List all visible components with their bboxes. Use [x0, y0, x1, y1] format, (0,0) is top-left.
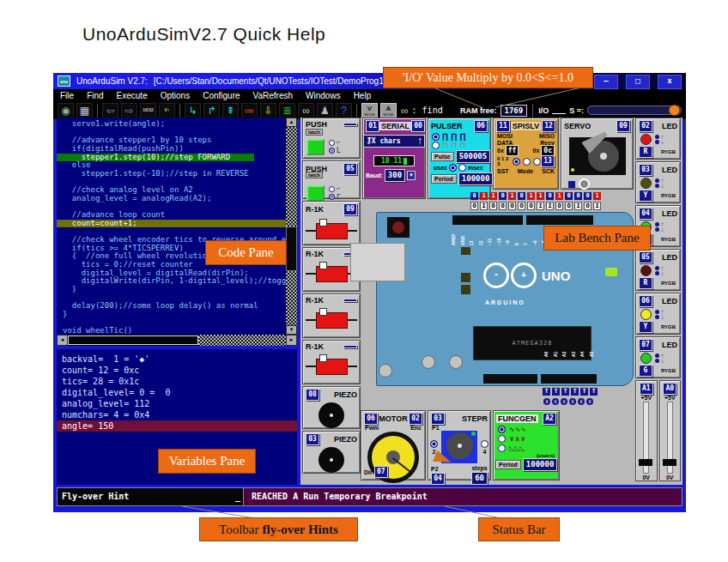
hscroll-thumb[interactable] — [68, 335, 198, 345]
code-horizontal-scrollbar[interactable]: ◄ ► — [57, 335, 297, 346]
find-input[interactable]: : find — [412, 106, 443, 115]
run-to-icon[interactable]: ≔ — [241, 103, 258, 118]
waveform-radio[interactable] — [498, 444, 506, 452]
menu-item-find[interactable]: Find — [87, 91, 103, 100]
help-icon[interactable]: ? — [336, 103, 352, 118]
halt-icon[interactable]: ≣ — [279, 103, 295, 118]
io-slider-thumb[interactable] — [669, 105, 680, 116]
servo-pin[interactable]: 09 — [616, 120, 630, 132]
resistor-pin[interactable] — [343, 299, 357, 302]
led-color-select[interactable]: R — [639, 277, 652, 289]
analog-slider-track[interactable] — [643, 402, 649, 474]
push-latch-button[interactable]: latch — [306, 129, 323, 136]
menu-item-varefresh[interactable]: VaRefresh — [253, 91, 294, 100]
vscroll-thumb[interactable] — [286, 227, 297, 272]
user-icon[interactable]: ♟ — [317, 103, 333, 118]
find-icon[interactable]: ∞ — [401, 105, 409, 117]
save-icon[interactable]: ▦ — [76, 103, 93, 118]
maximize-button[interactable]: □ — [626, 75, 650, 89]
led-color-select[interactable]: G — [639, 365, 652, 377]
stepper-p2-pin[interactable]: 04 — [431, 473, 445, 485]
variable-row[interactable]: angle= 150 — [57, 420, 297, 432]
step-out-icon[interactable]: ⇞ — [222, 103, 239, 118]
run-icon[interactable]: ⇩ — [260, 103, 276, 118]
motor-enc-pin[interactable]: 02 — [409, 413, 422, 425]
variable-row[interactable]: analog_level= 112 — [57, 398, 297, 409]
led-pin[interactable]: 03 — [639, 164, 652, 176]
font-16-32-icon[interactable]: 16/32 — [140, 103, 156, 118]
push-latch-button[interactable]: latch — [306, 172, 323, 178]
analog-slider-track[interactable] — [667, 402, 673, 474]
funcgen-pin[interactable]: A2 — [543, 413, 556, 425]
resistor-pin[interactable]: 09 — [343, 203, 357, 215]
usec-radio[interactable] — [449, 164, 457, 172]
motor-pwm-pin[interactable]: 06 — [364, 413, 378, 425]
code-pane[interactable]: servo1.write(angle); //advance stepper1 … — [57, 118, 297, 346]
build-icon[interactable]: ◉ — [58, 103, 74, 118]
mode2-radio[interactable] — [430, 440, 438, 448]
scroll-up-icon[interactable]: ▲ — [286, 118, 297, 127]
spislv-mosi-pin[interactable]: 11 — [496, 120, 510, 132]
pulse-high-radio[interactable] — [432, 133, 440, 141]
menu-item-file[interactable]: File — [60, 91, 74, 100]
serial-rx-pin[interactable]: 00 — [411, 120, 425, 132]
spi-mode-radio[interactable] — [513, 158, 520, 166]
variable-row[interactable]: numchars= 4 = 0x4 — [57, 409, 297, 420]
step-into-icon[interactable]: ↳ — [185, 103, 201, 118]
menu-item-help[interactable]: Help — [354, 91, 372, 100]
forward-icon[interactable]: ⇨ — [121, 103, 137, 118]
servo-knob-icon[interactable] — [579, 178, 590, 190]
watch-icon[interactable]: ∞ — [298, 103, 314, 118]
analog-slider-thumb[interactable] — [663, 459, 676, 466]
analog-slider-pin[interactable]: A0 — [663, 383, 676, 395]
io-multiply-slider[interactable] — [587, 106, 682, 115]
mode4-radio[interactable] — [481, 440, 488, 448]
scroll-down-icon[interactable]: ▼ — [286, 325, 297, 335]
period-value[interactable]: 100000 — [458, 172, 494, 185]
mode-v-button[interactable]: VMODE — [361, 103, 378, 118]
msec-radio[interactable] — [458, 164, 466, 172]
waveform-radio[interactable] — [498, 426, 506, 433]
led-color-select[interactable]: Y — [639, 190, 652, 202]
motor-dir-pin[interactable]: 07 — [374, 466, 388, 478]
var-width-icon[interactable]: V↕ — [159, 103, 175, 118]
waveform-radio[interactable] — [498, 435, 506, 443]
menu-item-execute[interactable]: Execute — [117, 91, 148, 100]
baud-dropdown-icon[interactable]: ▼ — [407, 171, 416, 180]
resistor-pin[interactable] — [343, 345, 357, 348]
latch-radio[interactable] — [329, 148, 335, 154]
momentary-radio[interactable] — [329, 186, 335, 192]
stepper-p1-pin[interactable]: 03 — [431, 413, 445, 425]
close-button[interactable]: x — [658, 75, 682, 89]
led-pin[interactable]: 07 — [639, 339, 652, 351]
push-pin[interactable] — [343, 123, 357, 126]
analog-slider-pin[interactable]: A1 — [640, 383, 653, 395]
piezo-pin[interactable]: 03 — [306, 433, 319, 445]
mode-a-button[interactable]: AMODE — [380, 103, 397, 118]
reset-button[interactable] — [387, 217, 410, 238]
variable-row[interactable]: backval= 1 = '◆' — [57, 354, 297, 365]
spislv-sck-pin[interactable]: 13 — [541, 155, 555, 167]
led-color-select[interactable]: Y — [639, 321, 652, 333]
push-pin[interactable]: 05 — [343, 163, 357, 175]
variable-row[interactable]: digital_level= 0 = 0 — [57, 387, 297, 398]
led-pin[interactable]: 05 — [639, 251, 652, 263]
pulser-pin[interactable]: 06 — [474, 120, 488, 132]
push-button[interactable] — [306, 185, 325, 202]
variable-row[interactable]: tics= 28 = 0x1c — [57, 376, 297, 387]
serial-tx-pin[interactable]: 01 — [366, 120, 379, 132]
momentary-radio[interactable] — [329, 140, 335, 146]
led-pin[interactable]: 02 — [639, 120, 652, 132]
led-pin[interactable]: 06 — [639, 295, 652, 307]
scroll-left-icon[interactable]: ◄ — [57, 335, 68, 346]
back-icon[interactable]: ⇦ — [102, 103, 118, 118]
minimize-button[interactable]: – — [594, 75, 618, 89]
funcgen-period-value[interactable]: 100000 — [523, 458, 558, 471]
menu-item-windows[interactable]: Windows — [306, 91, 341, 100]
scroll-right-icon[interactable]: ► — [286, 335, 297, 346]
baud-select[interactable]: 300 — [385, 169, 405, 182]
spislv-data-value[interactable]: ff — [506, 145, 519, 156]
led-pin[interactable]: 04 — [639, 208, 652, 220]
led-color-select[interactable]: R — [639, 146, 652, 158]
pulse-low-radio[interactable] — [432, 142, 440, 149]
